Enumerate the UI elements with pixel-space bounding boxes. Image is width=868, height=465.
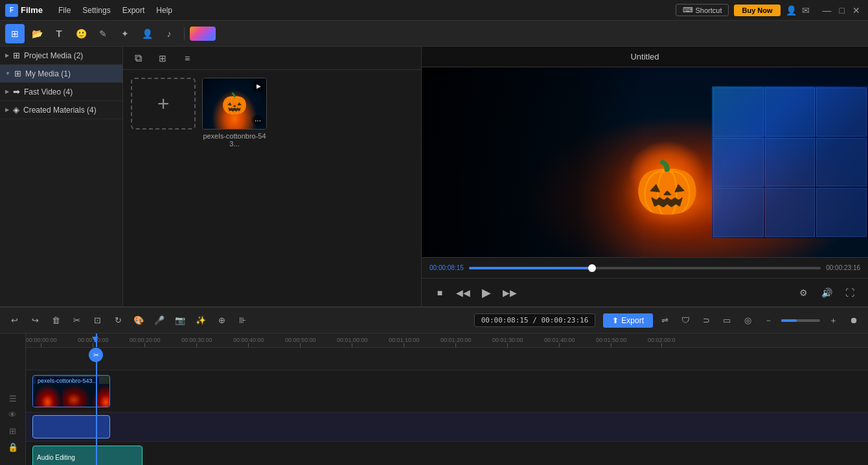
tl-record[interactable]: ⏺ [845, 312, 863, 330]
buy-now-button[interactable]: Buy Now [734, 5, 780, 16]
sidebar-item-created-materials[interactable]: ▶ ◈ Created Materials (4) [0, 101, 122, 119]
sticker-toolbar-btn[interactable]: ✦ [115, 24, 135, 43]
volume-icon[interactable]: 🔊 [816, 282, 837, 303]
prev-frame-button[interactable]: ◀◀ [453, 282, 474, 303]
list-view-icon[interactable]: ≡ [177, 49, 197, 68]
left-panel: ▶ ⊞ Project Media (2) ▼ ⊞ My Media (1) ▶… [0, 47, 123, 306]
add-media-button[interactable]: + [131, 78, 196, 130]
video-frame: 🎃 [422, 67, 868, 257]
plus-icon: + [157, 92, 170, 116]
text-toolbar-btn[interactable]: T [49, 24, 69, 43]
audio-overlay-track [26, 413, 868, 442]
tl-options-4[interactable]: ▭ [718, 312, 736, 330]
lock-icon[interactable]: 🔒 [8, 442, 18, 452]
shortcut-button[interactable]: ⌨ Shortcut [676, 4, 729, 16]
delete-button[interactable]: 🗑 [47, 312, 65, 330]
pip-button[interactable]: ⊕ [212, 312, 231, 330]
upload-icon: ⬆ [612, 316, 619, 325]
timeline-time-display: 00:00:08:15 / 00:00:23:16 [474, 313, 596, 327]
app-name: Filme [21, 5, 43, 15]
zoom-slider[interactable] [781, 319, 820, 322]
grid-icon: ⊞ [13, 51, 20, 60]
menu-help[interactable]: Help [151, 5, 177, 16]
ruler-mark-9: 00:01:30:00 [492, 337, 523, 347]
media-item-pexels[interactable]: 🎃 ▶ ··· pexels-cottonbro-543... [202, 78, 267, 148]
video-clip-pexels[interactable]: pexels-cottonbro-543... [32, 375, 110, 407]
ruler-mark-0: 00:00:00:00 [26, 337, 57, 347]
eye-icon[interactable]: 👁 [8, 410, 17, 420]
undo-button[interactable]: ↩ [5, 312, 23, 330]
sidebar-item-fast-video[interactable]: ▶ ➡ Fast Video (4) [0, 83, 122, 101]
user-icon[interactable]: 👤 [786, 5, 797, 16]
folder-toolbar-btn[interactable]: 📂 [27, 24, 47, 43]
gradient-btn[interactable] [190, 27, 216, 41]
crop-button[interactable]: ⊡ [88, 312, 106, 330]
tl-options-1[interactable]: ⇌ [656, 312, 674, 330]
app-logo-icon: F [5, 4, 18, 17]
close-button[interactable]: ✕ [850, 5, 863, 16]
title-bar: F Filme File Settings Export Help ⌨ Shor… [0, 0, 868, 21]
stop-button[interactable]: ■ [429, 282, 450, 303]
menu-export[interactable]: Export [117, 5, 150, 16]
next-frame-button[interactable]: ▶▶ [499, 282, 520, 303]
split-button[interactable]: ⊪ [233, 312, 251, 330]
emoji-toolbar-btn[interactable]: 🙂 [71, 24, 91, 43]
playhead-track-line [96, 348, 97, 465]
ruler-mark-10: 00:01:40:00 [544, 337, 575, 347]
timeline-ruler: 00:00:00:00 00:00:10:00 00:00:20:00 00:0… [26, 334, 868, 348]
timeline-toolbar: ↩ ↪ 🗑 ✂ ⊡ ↻ 🎨 🎤 📷 ✨ ⊕ ⊪ 00:00:08:15 / 00… [0, 308, 868, 334]
tl-zoom-in[interactable]: ＋ [824, 312, 842, 330]
expand-arrow: ▶ [5, 52, 9, 58]
fullscreen-icon[interactable]: ⛶ [839, 282, 860, 303]
cut-button[interactable]: ✂ [67, 312, 86, 330]
effects-toolbar-btn[interactable]: ✎ [93, 24, 113, 43]
sidebar-item-project-media[interactable]: ▶ ⊞ Project Media (2) [0, 47, 122, 65]
ruler-mark-11: 00:01:50:00 [596, 337, 627, 347]
tl-options-2[interactable]: 🛡 [676, 312, 694, 330]
preview-controls: ■ ◀◀ ▶ ▶▶ ⚙ 🔊 ⛶ [422, 278, 868, 306]
avatar-toolbar-btn[interactable]: 👤 [137, 24, 157, 43]
preview-video: 🎃 [422, 67, 868, 257]
color-button[interactable]: 🎨 [130, 312, 148, 330]
mic-button[interactable]: 🎤 [150, 312, 168, 330]
minimize-button[interactable]: — [820, 5, 834, 16]
media-toolbar-btn[interactable]: ⊞ [5, 24, 25, 43]
audio-clip-editing[interactable]: Audio Editing [32, 446, 143, 466]
scissors-marker[interactable]: ✂ [89, 348, 103, 362]
blue-audio-clip[interactable] [32, 415, 110, 438]
current-time-label: 00:00:08:15 [429, 264, 464, 271]
tl-options-3[interactable]: ⊃ [697, 312, 715, 330]
scrubber-track[interactable] [469, 267, 821, 269]
sidebar-item-my-media[interactable]: ▼ ⊞ My Media (1) [0, 65, 122, 83]
grid-icon-2: ⊞ [14, 69, 21, 78]
scrubber-thumb[interactable] [588, 264, 596, 272]
timeline-main: 00:00:00:00 00:00:10:00 00:00:20:00 00:0… [26, 334, 868, 465]
maximize-button[interactable]: □ [837, 5, 847, 16]
grid-side-icon[interactable]: ⊞ [9, 426, 16, 436]
video-type-icon: ▶ [253, 81, 264, 91]
frame-thumb-2 [62, 384, 91, 407]
timeline: ↩ ↪ 🗑 ✂ ⊡ ↻ 🎨 🎤 📷 ✨ ⊕ ⊪ 00:00:08:15 / 00… [0, 306, 868, 465]
keyboard-icon: ⌨ [683, 6, 693, 14]
play-button[interactable]: ▶ [476, 282, 497, 303]
frame-thumb-1 [33, 384, 62, 407]
grid-view-icon[interactable]: ⊞ [153, 49, 172, 68]
total-time-label: 00:00:23:16 [826, 264, 860, 271]
layer-icon[interactable]: ⧉ [128, 49, 148, 68]
settings-icon[interactable]: ⚙ [793, 282, 814, 303]
rotate-button[interactable]: ↻ [109, 312, 127, 330]
media-options-icon[interactable]: ··· [252, 115, 264, 126]
effect-button[interactable]: ✨ [192, 312, 210, 330]
tl-zoom-out[interactable]: － [759, 312, 777, 330]
ruler-mark-4: 00:00:40:00 [233, 337, 264, 347]
mail-icon[interactable]: ✉ [802, 5, 810, 16]
menu-file[interactable]: File [53, 5, 76, 16]
camera-button[interactable]: 📷 [171, 312, 189, 330]
ruler-mark-12: 00:02:00:0 [648, 337, 676, 347]
tl-options-5[interactable]: ◎ [738, 312, 757, 330]
music-toolbar-btn[interactable]: ♪ [159, 24, 179, 43]
menu-settings[interactable]: Settings [77, 5, 115, 16]
redo-button[interactable]: ↪ [26, 312, 44, 330]
export-button[interactable]: ⬆ Export [603, 313, 653, 328]
hamburger-icon[interactable]: ☰ [9, 394, 17, 403]
